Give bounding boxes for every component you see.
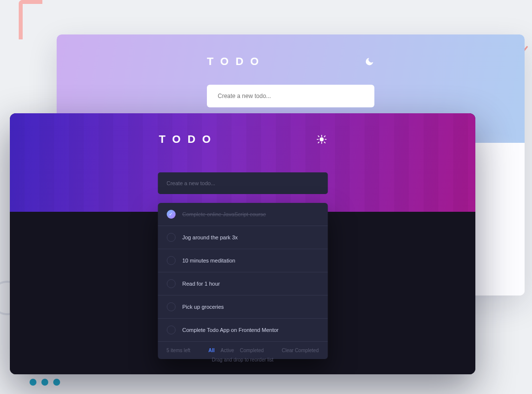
new-todo-input-dark[interactable] [166, 180, 319, 186]
svg-line-8 [318, 142, 319, 143]
todo-item[interactable]: Jog around the park 3x [158, 226, 328, 249]
todo-card: ✓ Complete online JavaScript course Jog … [158, 172, 328, 359]
checkbox-icon[interactable] [166, 302, 175, 311]
todo-item-label: 10 minutes meditation [182, 258, 235, 263]
checkbox-icon[interactable]: ✓ [166, 210, 175, 219]
new-todo-input-light-wrap[interactable] [207, 85, 374, 107]
app-title-dark: TODO [159, 133, 218, 146]
moon-icon[interactable] [365, 57, 374, 66]
todo-item-label: Read for 1 hour [182, 281, 220, 287]
sun-icon[interactable] [317, 134, 327, 144]
todo-item-label: Jog around the park 3x [182, 234, 238, 240]
filter-all[interactable]: All [208, 348, 215, 353]
todo-item-label: Complete Todo App on Frontend Mentor [182, 327, 278, 333]
todo-item-label: Complete online JavaScript course [182, 211, 266, 217]
app-title-light: TODO [207, 55, 266, 68]
reorder-hint: Drag and drop to reorder list [212, 357, 273, 362]
checkbox-icon[interactable] [166, 233, 175, 242]
dark-todo-window: TODO ✓ Complete online JavaScript course… [10, 113, 475, 374]
new-todo-input-dark-wrap[interactable] [158, 172, 328, 194]
checkbox-icon[interactable] [166, 256, 175, 265]
decoration-l-shape [19, 0, 42, 39]
svg-line-5 [318, 136, 319, 137]
new-todo-input-light[interactable] [218, 93, 364, 99]
svg-point-0 [320, 138, 323, 141]
checkbox-icon[interactable] [166, 279, 175, 288]
clear-completed[interactable]: Clear Completed [282, 348, 319, 353]
todo-item[interactable]: 10 minutes meditation [158, 249, 328, 272]
filter-group: All Active Completed [208, 348, 264, 353]
checkbox-icon[interactable] [166, 326, 175, 334]
todo-footer: 5 items left All Active Completed Clear … [158, 342, 328, 359]
items-left: 5 items left [166, 348, 190, 353]
todo-item[interactable]: Pick up groceries [158, 296, 328, 319]
svg-line-6 [324, 142, 325, 143]
svg-line-7 [324, 136, 325, 137]
filter-active[interactable]: Active [221, 348, 234, 353]
filter-completed[interactable]: Completed [240, 348, 264, 353]
todo-item-label: Pick up groceries [182, 304, 224, 310]
todo-list: ✓ Complete online JavaScript course Jog … [158, 203, 328, 359]
todo-item[interactable]: ✓ Complete online JavaScript course [158, 203, 328, 226]
todo-item[interactable]: Read for 1 hour [158, 272, 328, 296]
todo-item[interactable]: Complete Todo App on Frontend Mentor [158, 319, 328, 342]
